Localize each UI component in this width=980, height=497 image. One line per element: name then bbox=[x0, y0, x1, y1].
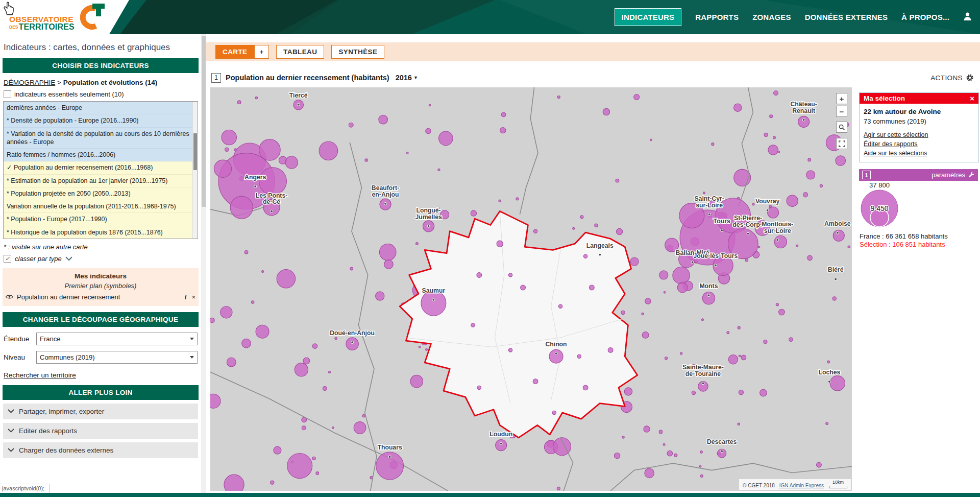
population-bubble[interactable] bbox=[573, 227, 575, 229]
population-bubble[interactable] bbox=[644, 426, 650, 432]
population-bubble[interactable] bbox=[350, 267, 353, 270]
population-bubble[interactable] bbox=[738, 326, 740, 329]
indicator-item[interactable]: Ratio femmes / hommes (2016...2006) bbox=[4, 149, 198, 161]
population-bubble[interactable] bbox=[659, 430, 663, 434]
population-bubble[interactable] bbox=[237, 101, 241, 104]
population-bubble[interactable] bbox=[224, 475, 244, 491]
population-bubble[interactable] bbox=[354, 422, 366, 434]
population-bubble[interactable] bbox=[242, 339, 251, 348]
population-bubble[interactable] bbox=[406, 152, 408, 154]
accordion-load-external-data[interactable]: Charger des données externes bbox=[3, 442, 198, 458]
population-bubble[interactable] bbox=[832, 297, 836, 300]
population-bubble[interactable] bbox=[426, 348, 428, 350]
town-marker[interactable] bbox=[599, 253, 601, 256]
population-bubble[interactable] bbox=[549, 349, 563, 363]
population-bubble[interactable] bbox=[379, 244, 396, 261]
zoom-out-button[interactable]: − bbox=[836, 106, 847, 117]
town-marker[interactable] bbox=[776, 239, 779, 241]
population-bubble[interactable] bbox=[222, 130, 236, 145]
population-bubble[interactable] bbox=[700, 451, 703, 453]
population-bubble[interactable] bbox=[803, 193, 807, 197]
town-marker[interactable] bbox=[707, 294, 710, 297]
population-bubble[interactable] bbox=[471, 210, 476, 216]
population-bubble[interactable] bbox=[316, 472, 319, 475]
population-bubble[interactable] bbox=[499, 200, 501, 202]
year-caret-icon[interactable]: ▼ bbox=[413, 75, 418, 80]
indicator-item[interactable]: * Estimation de la population au 1er jan… bbox=[4, 175, 198, 187]
town-marker[interactable] bbox=[555, 352, 557, 355]
population-bubble[interactable] bbox=[274, 446, 281, 454]
population-bubble[interactable] bbox=[779, 309, 785, 315]
population-bubble[interactable] bbox=[616, 179, 619, 182]
population-bubble[interactable] bbox=[699, 465, 701, 467]
population-bubble[interactable] bbox=[256, 325, 269, 338]
population-bubble[interactable] bbox=[663, 443, 665, 445]
population-bubble[interactable] bbox=[727, 332, 729, 334]
population-bubble[interactable] bbox=[642, 332, 649, 339]
nav-a-propos[interactable]: À PROPOS... bbox=[901, 13, 949, 21]
population-bubble[interactable] bbox=[808, 158, 811, 161]
fullscreen-button[interactable] bbox=[836, 138, 847, 149]
population-bubble[interactable] bbox=[583, 254, 587, 258]
population-bubble[interactable] bbox=[533, 229, 537, 233]
search-territory-link[interactable]: Rechercher un territoire bbox=[4, 371, 76, 379]
nav-zonages[interactable]: ZONAGES bbox=[752, 13, 791, 21]
user-icon[interactable] bbox=[963, 12, 972, 23]
population-bubble[interactable] bbox=[558, 304, 562, 308]
population-bubble[interactable] bbox=[303, 358, 310, 364]
population-bubble[interactable] bbox=[770, 115, 773, 118]
population-bubble[interactable] bbox=[608, 348, 613, 353]
population-bubble[interactable] bbox=[365, 159, 368, 161]
niveau-select[interactable]: Communes (2019) bbox=[36, 351, 198, 364]
population-bubble[interactable] bbox=[700, 475, 703, 477]
population-bubble[interactable] bbox=[667, 451, 673, 456]
town-marker[interactable] bbox=[721, 229, 723, 231]
population-bubble[interactable] bbox=[677, 282, 688, 293]
population-bubble[interactable] bbox=[319, 141, 338, 160]
year-selector[interactable]: 2016 bbox=[396, 74, 412, 82]
indicator-item[interactable]: Variation annuelle de la population (201… bbox=[4, 200, 198, 213]
population-bubble[interactable] bbox=[827, 361, 830, 363]
population-bubble[interactable] bbox=[739, 355, 741, 357]
population-bubble[interactable] bbox=[645, 298, 651, 304]
town-marker[interactable] bbox=[835, 278, 837, 280]
population-bubble[interactable] bbox=[271, 481, 274, 484]
population-bubble[interactable] bbox=[630, 257, 639, 266]
sort-by-type-checkbox[interactable]: ✓ bbox=[4, 255, 11, 263]
population-bubble[interactable] bbox=[741, 355, 746, 360]
nav-indicateurs[interactable]: INDICATEURS bbox=[615, 8, 682, 26]
tab-synthese[interactable]: SYNTHÈSE bbox=[331, 45, 384, 59]
go-further-header[interactable]: ALLER PLUS LOIN bbox=[3, 385, 199, 400]
population-bubble[interactable] bbox=[734, 104, 742, 111]
population-bubble[interactable] bbox=[738, 423, 740, 425]
population-bubble[interactable] bbox=[848, 246, 850, 248]
edit-reports-link[interactable]: Éditer des rapports bbox=[864, 140, 974, 148]
tab-carte[interactable]: CARTE bbox=[216, 45, 254, 58]
map-canvas[interactable]: TiercéChâteau-RenaultAngersLes Ponts-de-… bbox=[210, 87, 852, 491]
population-bubble[interactable] bbox=[419, 346, 421, 348]
population-bubble[interactable] bbox=[376, 292, 384, 300]
selection-panel-header[interactable]: Ma sélection × bbox=[860, 93, 978, 104]
indicator-item[interactable]: * Population projetée en 2050 (2050...20… bbox=[4, 187, 198, 200]
population-bubble[interactable] bbox=[806, 171, 815, 179]
population-bubble[interactable] bbox=[702, 292, 715, 304]
breadcrumb-category-link[interactable]: DÉMOGRAPHIE bbox=[4, 79, 55, 86]
town-marker[interactable] bbox=[351, 341, 354, 344]
town-marker[interactable] bbox=[254, 185, 257, 188]
population-bubble[interactable] bbox=[210, 394, 220, 408]
nav-donnees-externes[interactable]: DONNÉES EXTERNES bbox=[805, 13, 888, 21]
population-bubble[interactable] bbox=[312, 344, 317, 349]
population-bubble[interactable] bbox=[244, 251, 248, 254]
info-icon[interactable]: i bbox=[185, 293, 187, 301]
population-bubble[interactable] bbox=[768, 207, 779, 218]
ign-link[interactable]: IGN Admin Express bbox=[779, 483, 824, 488]
population-bubble[interactable] bbox=[739, 390, 743, 394]
population-bubble[interactable] bbox=[664, 292, 666, 294]
population-bubble[interactable] bbox=[471, 323, 475, 327]
population-bubble[interactable] bbox=[621, 311, 625, 314]
etendue-select[interactable]: France bbox=[36, 333, 198, 345]
population-bubble[interactable] bbox=[820, 184, 822, 187]
indicator-item[interactable]: * Historique de la population depuis 187… bbox=[4, 226, 198, 239]
indicator-item[interactable]: * Population - Europe (2017...1990) bbox=[4, 213, 198, 226]
population-bubble[interactable] bbox=[210, 318, 214, 323]
